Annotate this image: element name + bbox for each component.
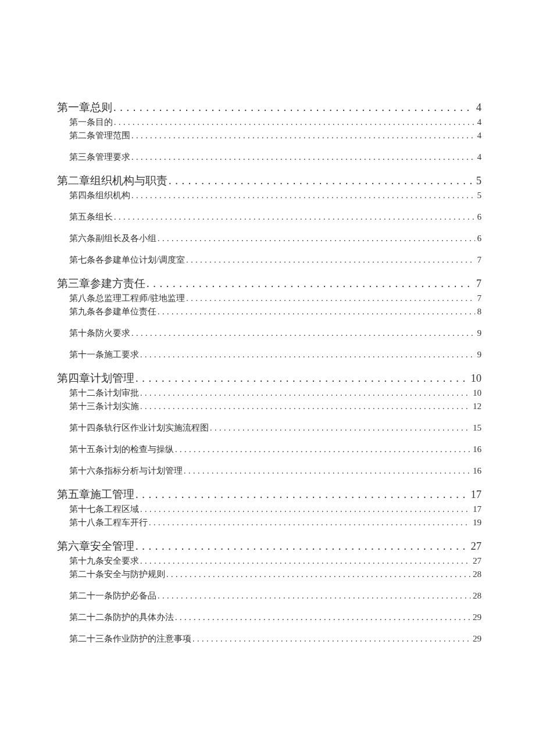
toc-item: 第十七条工程区域17 [57, 504, 482, 515]
toc-entry-page: 4 [476, 152, 482, 162]
toc-entry-page: 29 [472, 634, 482, 644]
toc-leader-dots [186, 293, 475, 303]
toc-entry-label: 第二十二条防护的具体办法 [69, 612, 174, 623]
toc-entry-page: 10 [472, 388, 482, 398]
toc-entry-label: 第十五条计划的检查与操纵 [69, 444, 174, 455]
toc-item: 第二条管理范围4 [57, 130, 482, 141]
toc-leader-dots [169, 175, 474, 187]
toc-entry-label: 第六条副组长及各小组 [69, 233, 156, 244]
toc-chapter: 第六章安全管理27 [57, 539, 482, 553]
toc-entry-page: 9 [476, 350, 482, 360]
toc-entry-label: 第七条各参建单位计划/调度室 [69, 255, 185, 266]
toc-leader-dots [140, 402, 470, 411]
toc-entry-page: 7 [476, 255, 482, 265]
toc-item: 第一条目的4 [57, 117, 482, 128]
toc-entry-page: 4 [476, 117, 482, 127]
toc-item: 第五条组长6 [57, 212, 482, 223]
toc-entry-label: 第十一条施工要求 [69, 349, 139, 360]
table-of-contents: 第一章总则4第一条目的4第二条管理范围4第三条管理要求4第二章组织机构与职责5第… [57, 100, 482, 644]
toc-entry-label: 第二十一条防护必备品 [69, 590, 156, 601]
toc-entry-label: 第二章组织机构与职责 [57, 173, 167, 188]
toc-item: 第十五条计划的检查与操纵16 [57, 444, 482, 455]
toc-entry-label: 第六章安全管理 [57, 539, 134, 553]
toc-entry-page: 4 [476, 131, 482, 141]
toc-leader-dots [149, 518, 470, 528]
toc-leader-dots [135, 372, 469, 385]
toc-item: 第十条防火要求9 [57, 328, 482, 339]
toc-leader-dots [135, 489, 469, 501]
toc-item: 第二十一条防护必备品28 [57, 590, 482, 601]
toc-leader-dots [210, 423, 470, 433]
toc-leader-dots [184, 466, 470, 476]
toc-entry-page: 4 [475, 102, 482, 114]
toc-entry-page: 27 [470, 540, 482, 553]
toc-chapter: 第二章组织机构与职责5 [57, 173, 482, 188]
toc-item: 第四条组织机构5 [57, 190, 482, 201]
toc-entry-label: 第一条目的 [69, 117, 113, 128]
toc-item: 第八条总监理工程师/驻地监理7 [57, 293, 482, 304]
toc-entry-page: 27 [472, 556, 482, 566]
toc-item: 第二十条安全与防护规则28 [57, 569, 482, 580]
toc-leader-dots [192, 634, 470, 644]
toc-leader-dots [147, 278, 474, 290]
toc-entry-page: 6 [476, 234, 482, 243]
toc-entry-page: 15 [472, 423, 482, 433]
toc-chapter: 第一章总则4 [57, 100, 482, 114]
toc-entry-label: 第十条防火要求 [69, 328, 130, 339]
toc-entry-label: 第二十三条作业防护的注意事项 [69, 633, 191, 644]
toc-item: 第十一条施工要求9 [57, 349, 482, 360]
toc-leader-dots [175, 612, 470, 622]
toc-entry-label: 第十九条安全要求 [69, 556, 139, 567]
toc-entry-label: 第十二条计划审批 [69, 388, 139, 399]
toc-entry-label: 第一章总则 [57, 100, 112, 114]
toc-entry-label: 第三条管理要求 [69, 152, 130, 163]
toc-entry-page: 9 [476, 328, 482, 338]
toc-item: 第十六条指标分析与计划管理16 [57, 465, 482, 476]
toc-leader-dots [114, 212, 475, 222]
toc-leader-dots [140, 388, 470, 398]
toc-entry-label: 第二十条安全与防护规则 [69, 569, 165, 580]
toc-entry-page: 29 [472, 612, 482, 622]
toc-item: 第二十二条防护的具体办法29 [57, 612, 482, 623]
toc-item: 第十八条工程车开行19 [57, 517, 482, 528]
toc-entry-page: 28 [472, 569, 482, 579]
toc-chapter: 第三章参建方责任7 [57, 276, 482, 291]
toc-leader-dots [186, 255, 475, 265]
toc-item: 第二十三条作业防护的注意事项29 [57, 633, 482, 644]
toc-entry-page: 12 [472, 402, 482, 411]
toc-entry-label: 第四条组织机构 [69, 190, 130, 201]
toc-entry-label: 第九条各参建单位责任 [69, 306, 156, 317]
toc-entry-page: 7 [475, 278, 482, 290]
toc-item: 第九条各参建单位责任8 [57, 306, 482, 317]
toc-leader-dots [140, 504, 470, 514]
toc-leader-dots [158, 591, 470, 601]
toc-item: 第十九条安全要求27 [57, 556, 482, 567]
toc-leader-dots [135, 540, 469, 553]
toc-leader-dots [175, 445, 470, 454]
toc-item: 第七条各参建单位计划/调度室7 [57, 255, 482, 266]
toc-leader-dots [114, 117, 475, 127]
toc-entry-page: 16 [472, 445, 482, 454]
toc-entry-label: 第八条总监理工程师/驻地监理 [69, 293, 185, 304]
toc-item: 第三条管理要求4 [57, 152, 482, 163]
toc-entry-label: 第十三条计划实施 [69, 401, 139, 412]
toc-entry-label: 第十四条轨行区作业计划实施流程图 [69, 422, 209, 433]
toc-item: 第十二条计划审批10 [57, 388, 482, 399]
toc-entry-page: 8 [476, 307, 482, 317]
toc-chapter: 第五章施工管理17 [57, 487, 482, 501]
toc-item: 第十三条计划实施12 [57, 401, 482, 412]
toc-entry-label: 第五章施工管理 [57, 487, 134, 501]
toc-leader-dots [131, 152, 475, 162]
toc-chapter: 第四章计划管理10 [57, 371, 482, 385]
toc-entry-label: 第十七条工程区域 [69, 504, 139, 515]
toc-entry-page: 5 [476, 191, 482, 200]
toc-entry-page: 16 [472, 466, 482, 476]
toc-entry-label: 第十六条指标分析与计划管理 [69, 465, 183, 476]
toc-leader-dots [131, 191, 475, 200]
toc-item: 第六条副组长及各小组6 [57, 233, 482, 244]
toc-entry-label: 第五条组长 [69, 212, 113, 223]
toc-leader-dots [113, 102, 474, 114]
toc-leader-dots [140, 350, 475, 360]
toc-entry-page: 6 [476, 212, 482, 222]
toc-leader-dots [158, 307, 475, 317]
